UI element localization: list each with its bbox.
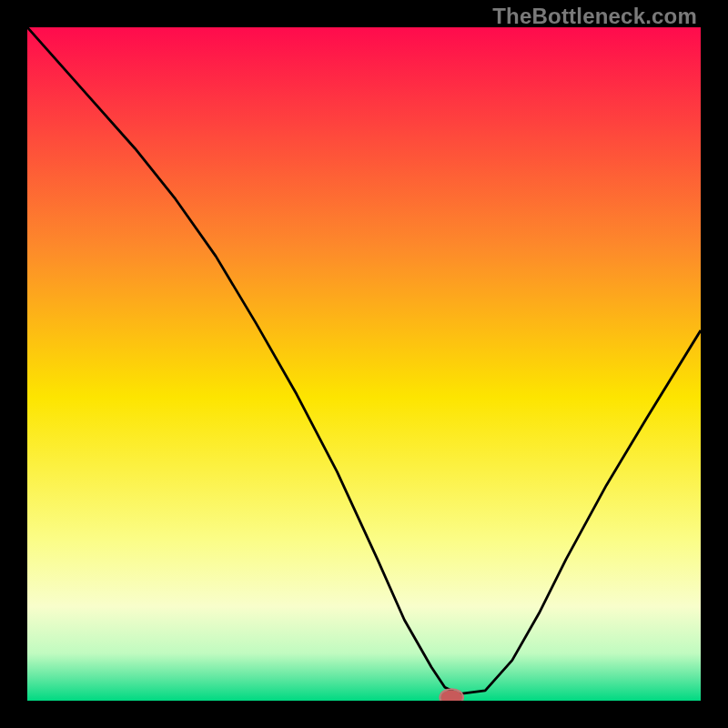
chart-svg [27,27,701,701]
plot-area [27,27,701,701]
chart-background [27,27,701,701]
chart-frame: TheBottleneck.com [0,0,728,728]
watermark-label: TheBottleneck.com [492,4,697,29]
